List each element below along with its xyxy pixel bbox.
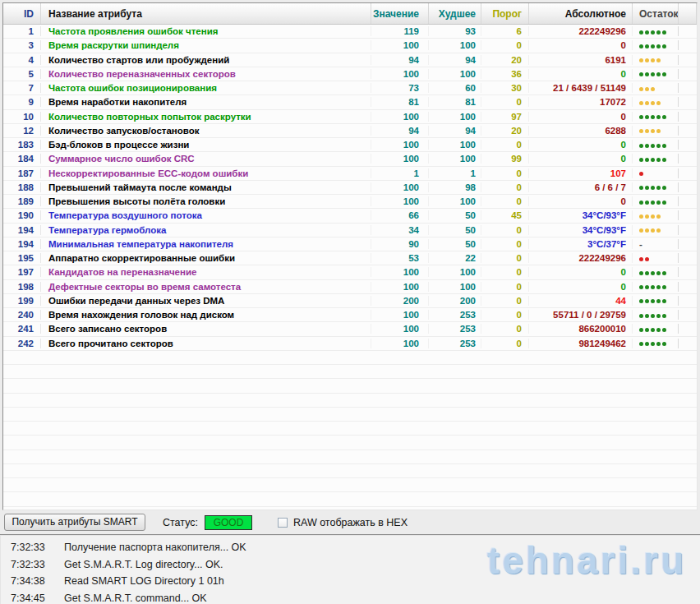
- table-row[interactable]: 240 Время нахождения головок над диском …: [3, 308, 697, 322]
- attribute-name: Количество переназначенных секторов: [41, 69, 371, 79]
- table-row[interactable]: 4 Количество стартов или пробуждений 94 …: [3, 53, 697, 67]
- health-dot: [651, 228, 655, 233]
- health-dot: [656, 328, 661, 332]
- attribute-id: 5: [3, 69, 41, 79]
- attribute-value: 100: [371, 324, 429, 334]
- attribute-id: 241: [3, 324, 41, 334]
- table-row[interactable]: 199 Ошибки передачи данных через DMA 200…: [3, 294, 697, 308]
- raw-hex-checkbox[interactable]: [278, 518, 288, 528]
- attribute-health-dots: [633, 324, 679, 334]
- get-smart-attributes-button[interactable]: Получить атрибуты SMART: [4, 514, 145, 531]
- health-dot: [662, 299, 666, 303]
- table-row[interactable]: 9 Время наработки накопителя 81 81 0 170…: [3, 95, 697, 109]
- attribute-value: 94: [371, 126, 429, 136]
- table-row[interactable]: 184 Суммарное число ошибок CRC 100 100 9…: [3, 152, 697, 166]
- health-dot: [639, 172, 643, 176]
- health-dot: [662, 285, 666, 289]
- attribute-health-dots: [633, 339, 679, 348]
- watermark: tehnari.ru: [487, 538, 686, 583]
- health-dot: [656, 115, 661, 119]
- attribute-threshold: 0: [481, 339, 529, 348]
- table-row[interactable]: 3 Время раскрутки шпинделя 100 100 0 0: [3, 39, 697, 53]
- attribute-name: Температура воздушного потока: [41, 210, 371, 220]
- table-row[interactable]: 241 Всего записано секторов 100 253 0 86…: [3, 322, 697, 336]
- health-dot: [651, 30, 655, 35]
- table-row[interactable]: 195 Аппаратно скорректированные ошибки 5…: [3, 251, 697, 265]
- attribute-id: 189: [3, 196, 41, 206]
- column-header-health[interactable]: Остаток: [633, 3, 679, 24]
- attribute-name: Превышения высоты полёта головки: [41, 196, 371, 206]
- raw-hex-checkbox-label[interactable]: RAW отображать в HEX: [293, 517, 408, 528]
- attribute-raw-value: 0: [529, 282, 633, 292]
- column-header-threshold[interactable]: Порог: [481, 3, 529, 24]
- attribute-name: Количество запусков/остановок: [41, 126, 371, 136]
- attribute-threshold: 0: [481, 296, 529, 306]
- table-row: [3, 436, 697, 450]
- attribute-name: Всего прочитано секторов: [41, 339, 371, 348]
- health-dot: [639, 328, 643, 332]
- attribute-raw-value: 55711 / 0 / 29759: [529, 310, 633, 320]
- health-dot: [645, 271, 649, 275]
- attribute-value: 1: [371, 168, 429, 178]
- health-dot: [639, 257, 643, 261]
- health-dot: [656, 158, 661, 162]
- table-row[interactable]: 198 Дефектные секторы во время самотеста…: [3, 280, 697, 294]
- attribute-value: 90: [371, 239, 429, 249]
- health-dot: [645, 72, 649, 76]
- log-time: 7:34:45: [11, 592, 48, 604]
- health-dot: [639, 271, 643, 275]
- attribute-id: 240: [3, 310, 41, 320]
- health-dot: [651, 271, 655, 275]
- attribute-raw-value: 34°C/93°F: [529, 210, 633, 220]
- health-dot: [656, 314, 661, 318]
- table-row[interactable]: 194 Минимальная температура накопителя 9…: [3, 237, 697, 251]
- attribute-threshold: 36: [481, 69, 529, 79]
- health-dot: [656, 342, 661, 346]
- attribute-id: 190: [3, 210, 41, 220]
- attribute-value: 73: [371, 83, 429, 93]
- table-row[interactable]: 242 Всего прочитано секторов 100 253 0 9…: [3, 337, 697, 351]
- table-row[interactable]: 189 Превышения высоты полёта головки 100…: [3, 195, 697, 209]
- attribute-id: 242: [3, 339, 41, 348]
- table-row[interactable]: 194 Температура гермоблока 34 50 0 34°C/…: [3, 224, 697, 237]
- table-row: [3, 408, 697, 422]
- column-header-worst[interactable]: Худшее: [429, 3, 481, 24]
- table-row[interactable]: 5 Количество переназначенных секторов 10…: [3, 67, 697, 81]
- attribute-health-dots: [633, 126, 679, 136]
- attribute-name: Минимальная температура накопителя: [41, 239, 371, 249]
- attribute-name: Частота проявления ошибок чтения: [41, 26, 371, 36]
- attribute-raw-value: 0: [529, 112, 633, 122]
- table-row[interactable]: 1 Частота проявления ошибок чтения 119 9…: [3, 25, 697, 39]
- table-row: [3, 365, 697, 379]
- health-dot: [651, 72, 655, 76]
- column-header-raw[interactable]: Абсолютное: [529, 3, 633, 24]
- column-header-name[interactable]: Название атрибута: [41, 3, 371, 24]
- health-dot: [656, 285, 661, 289]
- table-row: [3, 379, 697, 393]
- attribute-worst: 22: [429, 253, 481, 263]
- health-dot: [645, 314, 649, 318]
- health-dot: [651, 201, 655, 205]
- table-row[interactable]: 188 Превышений таймаута после команды 10…: [3, 181, 697, 195]
- health-dot: [645, 342, 649, 346]
- attribute-id: 198: [3, 282, 41, 292]
- column-header-value[interactable]: Значение: [371, 3, 429, 24]
- health-dot: [656, 58, 661, 62]
- attribute-id: 3: [3, 40, 41, 50]
- table-row[interactable]: 187 Нескорректированные ECC-кодом ошибки…: [3, 167, 697, 181]
- table-row[interactable]: 190 Температура воздушного потока 66 50 …: [3, 209, 697, 223]
- table-row: [3, 351, 697, 365]
- attribute-threshold: 0: [481, 140, 529, 150]
- smart-attributes-table: ID Название атрибута Значение Худшее Пор…: [2, 2, 698, 510]
- attribute-raw-value: 17072: [529, 97, 633, 107]
- health-dot: [651, 285, 655, 289]
- column-header-id[interactable]: ID: [3, 3, 41, 24]
- table-row[interactable]: 197 Кандидатов на переназначение 100 100…: [3, 265, 697, 279]
- attribute-raw-value: 6288: [529, 126, 633, 136]
- table-row[interactable]: 10 Количество повторных попыток раскрутк…: [3, 110, 697, 124]
- attribute-raw-value: 3°C/37°F: [529, 239, 633, 249]
- table-row[interactable]: 12 Количество запусков/остановок 94 94 2…: [3, 124, 697, 138]
- table-row[interactable]: 183 Бэд-блоков в процессе жизни 100 100 …: [3, 138, 697, 152]
- table-row[interactable]: 7 Частота ошибок позиционирования 73 60 …: [3, 81, 697, 95]
- attribute-value: 94: [371, 55, 429, 65]
